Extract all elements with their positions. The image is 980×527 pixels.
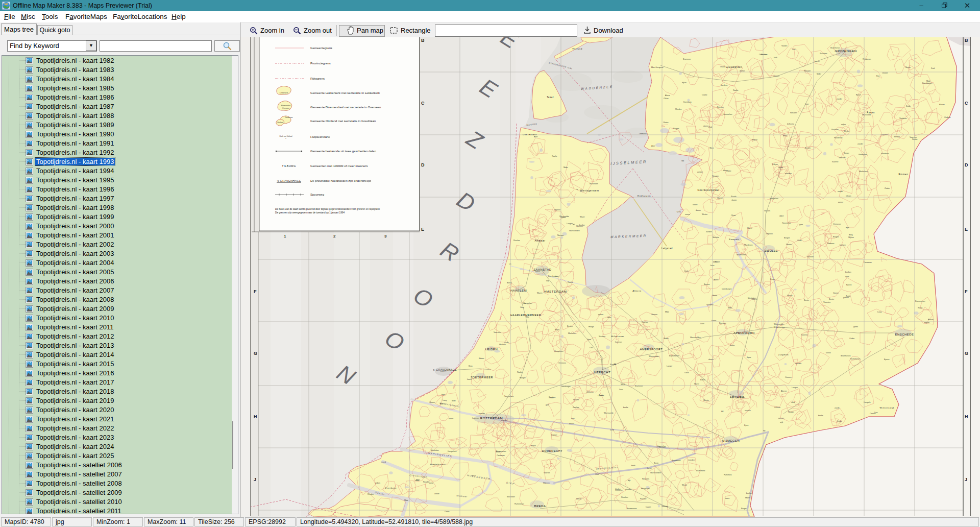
svg-text:beek: beek bbox=[631, 465, 635, 467]
svg-text:HAARLEM: HAARLEM bbox=[510, 289, 527, 292]
svg-text:Oosten: Oosten bbox=[882, 72, 888, 74]
svg-text:Brummenen: Brummenen bbox=[850, 358, 861, 360]
svg-text:Liser: Liser bbox=[619, 389, 624, 391]
svg-text:West: West bbox=[621, 384, 625, 386]
svg-text:Markeloer: Markeloer bbox=[431, 449, 439, 451]
svg-text:Warer: Warer bbox=[694, 383, 699, 385]
svg-text:damer: damer bbox=[740, 70, 745, 72]
svg-text:gomer: gomer bbox=[569, 422, 575, 424]
svg-text:Lis: Lis bbox=[576, 188, 578, 190]
svg-text:wijker: wijker bbox=[841, 124, 846, 126]
svg-text:AMSTERDAM: AMSTERDAM bbox=[544, 290, 567, 293]
svg-text:NIJMEGEN: NIJMEGEN bbox=[722, 439, 740, 442]
svg-text:Markeloe: Markeloe bbox=[568, 332, 576, 334]
svg-text:ZOETERMEER: ZOETERMEER bbox=[471, 376, 493, 379]
svg-text:C: C bbox=[965, 101, 968, 106]
svg-text:Ottoland: Ottoland bbox=[277, 122, 283, 124]
svg-text:dijker: dijker bbox=[779, 215, 784, 217]
svg-text:Bester: Bester bbox=[905, 66, 911, 68]
svg-text:zander: zander bbox=[837, 98, 843, 100]
svg-text:gomer: gomer bbox=[838, 201, 844, 203]
svg-text:dame: dame bbox=[713, 261, 718, 263]
svg-text:Nieuwer: Nieuwer bbox=[804, 70, 811, 72]
svg-text:gom: gom bbox=[799, 224, 803, 226]
svg-text:hoorn: hoorn bbox=[449, 418, 453, 420]
svg-text:Ommener: Ommener bbox=[864, 261, 872, 264]
svg-text:Bornee: Bornee bbox=[704, 283, 710, 285]
svg-text:Hummeloer: Hummeloer bbox=[514, 503, 524, 505]
svg-text:sloote: sloote bbox=[693, 204, 698, 206]
svg-text:wijken: wijken bbox=[924, 322, 929, 324]
svg-text:Ommener: Ommener bbox=[833, 223, 842, 225]
svg-text:veenen: veenen bbox=[745, 410, 751, 412]
svg-text:huizener: huizener bbox=[472, 417, 480, 419]
svg-text:ROTTERDAM: ROTTERDAM bbox=[480, 416, 503, 420]
svg-text:Brummenen: Brummenen bbox=[496, 450, 506, 452]
svg-text:DORDRECHT: DORDRECHT bbox=[542, 449, 563, 452]
svg-text:Hil: Hil bbox=[573, 224, 575, 226]
svg-text:Doesburgen: Doesburgen bbox=[722, 288, 732, 290]
svg-text:J: J bbox=[254, 477, 256, 482]
svg-text:APELDOORN: APELDOORN bbox=[733, 331, 755, 334]
svg-text:Middelharnis: Middelharnis bbox=[430, 463, 446, 466]
svg-text:Leeuwarden: Leeuwarden bbox=[726, 66, 742, 68]
svg-text:dijker: dijker bbox=[682, 82, 687, 84]
svg-text:Hengeloer: Hengeloer bbox=[770, 198, 778, 200]
svg-text:Edee: Edee bbox=[727, 170, 731, 172]
svg-text:Warnsvelden: Warnsvelden bbox=[690, 337, 701, 339]
svg-text:Epeer: Epeer bbox=[856, 94, 861, 96]
svg-text:Warnsvelden: Warnsvelden bbox=[569, 230, 580, 232]
svg-text:zande: zande bbox=[434, 493, 439, 495]
svg-text:Waren: Waren bbox=[537, 292, 542, 294]
svg-text:monder: monder bbox=[795, 363, 802, 365]
svg-text:Brummenen: Brummenen bbox=[669, 355, 679, 357]
svg-text:Rheden: Rheden bbox=[675, 108, 682, 110]
svg-text:dijk: dijk bbox=[628, 480, 631, 482]
svg-text:ARNHEM: ARNHEM bbox=[730, 396, 745, 399]
svg-text:Doesburger: Doesburger bbox=[561, 386, 571, 388]
svg-text:Epe: Epe bbox=[846, 227, 849, 229]
svg-text:beeken: beeken bbox=[840, 244, 846, 246]
svg-text:Beste: Beste bbox=[730, 345, 734, 347]
svg-text:Olst: Olst bbox=[590, 347, 593, 349]
svg-text:Berg: Berg bbox=[469, 365, 473, 367]
svg-text:Epee: Epee bbox=[747, 356, 751, 358]
svg-text:Akerer: Akerer bbox=[928, 319, 934, 321]
svg-text:Gemeentegrens: Gemeentegrens bbox=[310, 46, 332, 50]
svg-text:Bloemendaal: Bloemendaal bbox=[281, 105, 291, 107]
svg-text:gome: gome bbox=[853, 326, 858, 328]
svg-text:Hil: Hil bbox=[721, 411, 723, 413]
svg-text:Raalte: Raalte bbox=[733, 89, 738, 91]
svg-text:Zelheme: Zelheme bbox=[787, 123, 794, 125]
svg-text:Emmen: Emmen bbox=[899, 173, 909, 176]
svg-text:Edeen: Edeen bbox=[772, 163, 777, 165]
svg-text:Ruurloer: Ruurloer bbox=[549, 396, 556, 398]
svg-text:Hil: Hil bbox=[763, 430, 765, 432]
svg-text:damer: damer bbox=[708, 358, 714, 361]
svg-text:Wijhee: Wijhee bbox=[752, 139, 757, 141]
svg-text:Winterswijk: Winterswijk bbox=[880, 406, 895, 409]
svg-text:Bergen: Bergen bbox=[833, 236, 839, 238]
svg-text:Akeren: Akeren bbox=[781, 390, 787, 392]
svg-text:Ouds: Ouds bbox=[797, 239, 802, 242]
svg-text:Lekkerkerk: Lekkerkerk bbox=[280, 92, 288, 94]
svg-text:Markeloen: Markeloen bbox=[859, 171, 868, 173]
svg-text:HAARLEMMERMEER: HAARLEMMERMEER bbox=[510, 314, 541, 317]
svg-text:Goor: Goor bbox=[520, 306, 525, 308]
svg-text:wijk: wijk bbox=[546, 280, 549, 282]
svg-text:Zutphen: Zutphen bbox=[778, 353, 789, 356]
svg-text:Voorsten: Voorsten bbox=[494, 331, 501, 333]
svg-text:LEIDEN: LEIDEN bbox=[485, 348, 498, 351]
svg-text:beeke: beeke bbox=[531, 445, 536, 447]
svg-text:Hummeloen: Hummeloen bbox=[504, 395, 513, 397]
svg-text:Gemeente Bloemendaal met secre: Gemeente Bloemendaal met secretarie in O… bbox=[310, 106, 381, 109]
svg-text:Warnsvelde: Warnsvelde bbox=[737, 254, 746, 256]
svg-text:Wijhee: Wijhee bbox=[848, 236, 854, 238]
svg-text:F: F bbox=[965, 289, 968, 294]
svg-text:gomen: gomen bbox=[778, 417, 784, 419]
svg-text:zanden: zanden bbox=[706, 231, 712, 233]
svg-text:Lise: Lise bbox=[792, 49, 796, 51]
svg-text:Oudse: Oudse bbox=[702, 94, 707, 96]
svg-text:veene: veene bbox=[815, 60, 820, 62]
svg-text:B: B bbox=[421, 38, 425, 43]
